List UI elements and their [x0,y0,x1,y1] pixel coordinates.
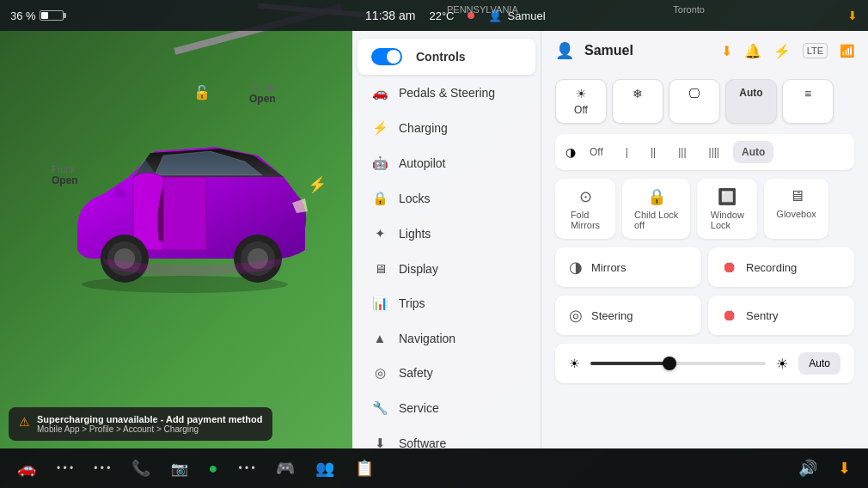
trunk-title: Trunk [249,82,276,93]
battery-tip [64,13,66,18]
sentry-card-icon: ⏺ [722,307,737,325]
download-action-icon[interactable]: ⬇ [721,43,732,59]
fold-mirrors-label: FoldMirrors [571,210,600,230]
child-lock-card[interactable]: 🔒 Child Lockoff [622,179,690,239]
menu-item-pedals[interactable]: 🚗 Pedals & Steering [358,76,535,110]
menu-item-service[interactable]: 🔧 Service [358,391,535,425]
steering-card-icon: ◎ [569,306,583,325]
safety-icon: ◎ [371,365,388,381]
mirrors-card-icon: ◑ [569,258,583,277]
taskbar-notes-icon[interactable]: 📋 [355,459,374,478]
fan-speed-3[interactable]: ||| [669,141,694,163]
status-bar-left: 36 % [10,9,64,22]
steering-card[interactable]: ◎ Steering [555,296,701,335]
ac-button-group: ☀ Off ❄ 🖵 Auto ≡ [555,79,854,124]
menu-item-safety[interactable]: ◎ Safety [358,356,535,390]
signal-icon: 📶 [840,44,854,58]
taskbar-car-icon[interactable]: 🚗 [17,459,36,478]
brightness-fill [590,362,669,365]
fold-mirrors-card[interactable]: ⊙ FoldMirrors [555,179,615,239]
child-lock-icon: 🔒 [647,187,666,206]
brightness-thumb[interactable] [663,357,676,370]
bluetooth-icon[interactable]: ⚡ [773,43,791,59]
time-display: 11:38 am [365,9,415,22]
recording-card[interactable]: ⏺ Recording [708,247,854,287]
glovebox-label: Glovebox [776,209,816,219]
menu-item-autopilot[interactable]: 🤖 Autopilot [358,146,535,180]
fan-speed-2[interactable]: || [642,141,664,163]
notification-bar[interactable]: ⚠ Supercharging unavailable - Add paymen… [9,407,272,441]
menu-label-service: Service [399,401,439,415]
navigation-icon: ▲ [371,331,388,345]
battery-percent: 36 % [10,9,36,22]
menu-item-software[interactable]: ⬇ Software [358,426,535,448]
car-lock-icon: 🔓 [193,84,211,101]
glovebox-card[interactable]: 🖥 Glovebox [764,179,828,239]
taskbar-dots-2[interactable]: • • • [94,462,110,474]
ac-defrost-btn[interactable]: ≡ [782,79,834,124]
user-header: 👤 Samuel ⬇ 🔔 ⚡ LTE 📶 [555,41,854,67]
sentry-label: Sentry [746,309,779,322]
bell-icon[interactable]: 🔔 [744,43,761,59]
child-lock-label: Child Lockoff [634,210,678,230]
download-icon[interactable]: ⬇ [847,9,858,22]
taskbar: 🚗 • • • • • • 📞 📷 ● • • • 🎮 👥 📋 🔊 ⬇ [0,448,868,488]
taskbar-download-icon[interactable]: ⬇ [838,459,851,478]
ac-off-btn[interactable]: ☀ Off [555,79,607,124]
taskbar-phone-icon[interactable]: 📞 [131,459,150,478]
menu-label-charging: Charging [399,121,448,135]
brightness-auto-btn[interactable]: Auto [798,352,840,375]
status-bar: 36 % PENNSYLVANIA Toronto 11:38 am 22°C … [0,0,868,31]
fan-speed-1[interactable]: | [617,141,637,163]
menu-label-lights: Lights [399,227,431,241]
menu-label-trips: Trips [399,296,425,310]
header-actions: ⬇ 🔔 ⚡ LTE 📶 [721,43,854,59]
menu-item-trips[interactable]: 📊 Trips [358,286,535,320]
menu-label-safety: Safety [399,366,433,380]
software-icon: ⬇ [371,436,388,448]
window-lock-card[interactable]: 🔲 WindowLock [697,179,757,239]
brightness-slider[interactable] [590,362,766,365]
main-panel: Controls 🚗 Pedals & Steering ⚡ Charging … [352,31,868,448]
taskbar-dots-1[interactable]: • • • [57,462,73,474]
notif-subtitle: Mobile App > Profile > Account > Chargin… [37,424,262,434]
ac-screen-btn[interactable]: 🖵 [669,79,720,124]
ac-auto-btn[interactable]: Auto [725,79,777,124]
fan-off-btn[interactable]: Off [581,141,612,163]
recording-card-icon: ⏺ [722,259,737,277]
taskbar-more-icon[interactable]: • • • [238,462,254,474]
menu-item-controls[interactable]: Controls [358,39,535,75]
taskbar-camera-icon[interactable]: 📷 [171,461,188,477]
fan-speed-4[interactable]: |||| [700,141,728,163]
menu-label-navigation: Navigation [399,332,455,345]
service-icon: 🔧 [371,400,388,416]
content-user-name: Samuel [584,43,711,58]
wide-row-1: ◑ Mirrors ⏺ Recording [555,247,854,287]
window-lock-label: WindowLock [711,210,744,230]
controls-toggle[interactable] [371,48,402,65]
taskbar-spotify-icon[interactable]: ● [209,460,218,478]
fan-auto-btn[interactable]: Auto [733,141,773,163]
content-area: 👤 Samuel ⬇ 🔔 ⚡ LTE 📶 ☀ Off ❄ 🖵 [541,31,868,448]
car-area: Trunk Open Frunk Open 🔓 ⚡ [0,31,352,448]
taskbar-games-icon[interactable]: 🎮 [276,459,295,478]
fan-icon: ◑ [565,145,576,159]
ac-off-label: Off [574,104,588,116]
steering-label: Steering [591,309,633,322]
charging-icon: ⚡ [371,120,388,136]
taskbar-volume-icon[interactable]: 🔊 [798,459,817,478]
fan-speed-row: ◑ Off | || ||| |||| Auto [555,134,854,170]
menu-item-charging[interactable]: ⚡ Charging [358,111,535,145]
geo-left: PENNSYLVANIA [447,4,518,15]
menu-item-lights[interactable]: ✦ Lights [358,217,535,251]
mirrors-card[interactable]: ◑ Mirrors [555,247,701,287]
ac-snowflake-btn[interactable]: ❄ [612,79,663,124]
menu-item-locks[interactable]: 🔒 Locks [358,181,535,216]
notif-text: Supercharging unavailable - Add payment … [37,414,262,434]
taskbar-people-icon[interactable]: 👥 [315,459,334,478]
menu-item-display[interactable]: 🖥 Display [358,252,535,285]
menu-sidebar: Controls 🚗 Pedals & Steering ⚡ Charging … [352,31,541,448]
sentry-card[interactable]: ⏺ Sentry [708,296,854,335]
menu-item-navigation[interactable]: ▲ Navigation [358,321,535,355]
status-right: ⬇ [847,9,858,22]
